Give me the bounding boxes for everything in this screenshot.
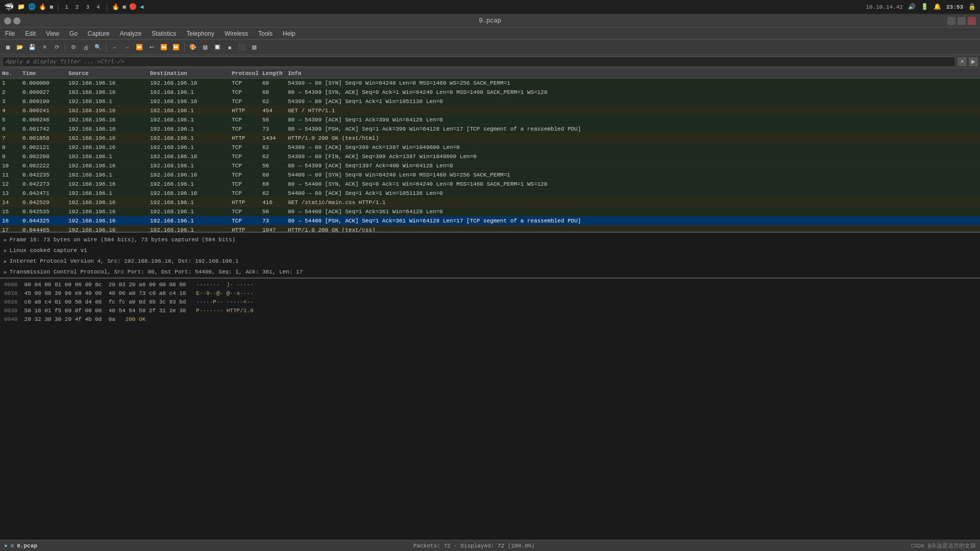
tb-ff[interactable]: ⏩ — [170, 42, 182, 53]
menu-view[interactable]: View — [41, 28, 64, 40]
tb-open[interactable]: 📂 — [14, 42, 26, 53]
tb-resize[interactable]: ▦ — [249, 42, 260, 53]
menu-wireless[interactable]: Wireless — [219, 28, 253, 40]
cell-time: 0.002121 — [20, 144, 66, 151]
table-row[interactable]: 15 0.042535 192.168.196.16 192.168.196.1… — [0, 207, 980, 216]
detail-item[interactable]: Internet Protocol Version 4, Src: 192.16… — [4, 256, 976, 267]
tb-close[interactable]: ✕ — [39, 42, 50, 53]
btn-close[interactable] — [968, 17, 976, 25]
tasknum-2[interactable]: 2 — [74, 4, 81, 10]
packet-list: No. Time Source Destination Protocol Len… — [0, 68, 980, 232]
tb-save[interactable]: 💾 — [27, 42, 38, 53]
cell-info: 80 → 54400 [ACK] Seq=1 Ack=361 Win=64128… — [286, 209, 980, 215]
detail-item[interactable]: Linux cooked capture v1 — [4, 245, 976, 256]
cell-proto: TCP — [230, 144, 260, 151]
table-row[interactable]: 2 0.000027 192.168.196.16 192.168.196.1 … — [0, 88, 980, 97]
table-row[interactable]: 12 0.042273 192.168.196.16 192.168.196.1… — [0, 180, 980, 189]
table-row[interactable]: 6 0.001742 192.168.196.16 192.168.196.1 … — [0, 124, 980, 134]
cell-proto: TCP — [230, 126, 260, 132]
cell-time: 0.000190 — [20, 98, 66, 105]
tasknum-3[interactable]: 3 — [84, 4, 91, 10]
cell-dst: 192.168.196.1 — [148, 108, 230, 114]
tasknum-1[interactable]: 1 — [63, 4, 70, 10]
taskbar-icon-5[interactable]: 🔥 — [112, 3, 119, 11]
menu-telephony[interactable]: Telephony — [181, 28, 219, 40]
cell-info: 54399 → 80 [SYN] Seq=0 Win=64240 Len=0 M… — [286, 80, 980, 86]
titlebar: 0.pcap — [0, 14, 980, 28]
table-row[interactable]: 1 0.000000 192.168.196.16 192.168.196.16… — [0, 79, 980, 88]
menu-help[interactable]: Help — [278, 28, 301, 40]
cell-len: 73 — [260, 126, 286, 132]
taskbar-icon-3[interactable]: 🔥 — [39, 3, 46, 11]
tb-back2[interactable]: ↩ — [146, 42, 157, 53]
cell-no: 10 — [0, 163, 20, 169]
tb-back[interactable]: ← — [109, 42, 120, 53]
menu-file[interactable]: File — [0, 28, 20, 40]
table-row[interactable]: 14 0.042529 192.168.196.16 192.168.196.1… — [0, 198, 980, 207]
tb-forward-fast[interactable]: ⏩ — [134, 42, 145, 53]
menu-capture[interactable]: Capture — [83, 28, 115, 40]
taskbar-icon-1[interactable]: 📁 — [17, 3, 25, 11]
tb-print[interactable]: 🖨 — [80, 42, 91, 53]
tb-zoom-normal[interactable]: ⬛ — [236, 42, 248, 53]
tb-zoom-in[interactable]: 🔲 — [212, 42, 223, 53]
menu-statistics[interactable]: Statistics — [146, 28, 181, 40]
tb-options[interactable]: ⚙ — [68, 42, 79, 53]
detail-item[interactable]: Transmission Control Protocol, Src Port:… — [4, 267, 976, 278]
table-row[interactable]: 7 0.001858 192.168.196.16 192.168.196.1 … — [0, 134, 980, 143]
tb-search[interactable]: 🔍 — [92, 42, 104, 53]
cell-info: 54400 → 80 [SYN] Seq=0 Win=64240 Len=0 M… — [286, 172, 980, 178]
status-icon-2: ⚙ — [11, 542, 14, 549]
tb-zoom-out[interactable]: ■ — [224, 42, 235, 53]
table-row[interactable]: 5 0.000246 192.168.196.16 192.168.196.1 … — [0, 115, 980, 124]
cell-src: 192.168.196.1 — [66, 190, 148, 196]
tb-reload[interactable]: ⟳ — [51, 42, 62, 53]
taskbar-icon-8[interactable]: ◀ — [140, 3, 143, 11]
taskbar-icon-2[interactable]: 🌐 — [28, 3, 36, 11]
table-row[interactable]: 13 0.042471 192.168.196.1 192.168.196.16… — [0, 189, 980, 198]
tb-autoscroll[interactable]: ▦ — [200, 42, 211, 53]
btn-ws-2[interactable] — [13, 17, 20, 24]
table-row[interactable]: 10 0.002222 192.168.196.16 192.168.196.1… — [0, 161, 980, 170]
filter-clear[interactable]: ✕ — [958, 57, 967, 66]
btn-minimize[interactable] — [947, 17, 955, 25]
table-row[interactable]: 11 0.042235 192.168.196.1 192.168.196.16… — [0, 170, 980, 180]
cell-len: 62 — [260, 144, 286, 151]
table-row[interactable]: 3 0.000190 192.168.196.1 192.168.196.16 … — [0, 97, 980, 106]
cell-no: 5 — [0, 117, 20, 123]
table-row[interactable]: 17 0.044465 192.168.196.16 192.168.196.1… — [0, 226, 980, 232]
taskbar-icon-6[interactable]: ◼ — [122, 3, 126, 11]
tasknum-4[interactable]: 4 — [94, 4, 102, 10]
menu-go[interactable]: Go — [64, 28, 83, 40]
col-header-info: Info — [286, 70, 980, 77]
taskbar-icon-7[interactable]: 🔴 — [129, 3, 137, 11]
tb-new[interactable]: ◼ — [2, 42, 13, 53]
cell-src: 192.168.196.16 — [66, 199, 148, 206]
cell-proto: TCP — [230, 172, 260, 178]
menu-analyze[interactable]: Analyze — [115, 28, 147, 40]
btn-maximize[interactable] — [958, 17, 966, 25]
table-row[interactable]: 9 0.002208 192.168.196.1 192.168.196.16 … — [0, 152, 980, 161]
cell-len: 416 — [260, 199, 286, 206]
filter-apply[interactable]: ▶ — [969, 57, 978, 66]
menu-tools[interactable]: Tools — [253, 28, 278, 40]
cell-dst: 192.168.196.1 — [148, 135, 230, 141]
hex-row: 0020 c0 a8 c4 01 00 50 d4 80 fc fc a0 0d… — [4, 298, 976, 307]
detail-item[interactable]: Frame 16: 73 bytes on wire (584 bits), 7… — [4, 235, 976, 245]
filter-input[interactable] — [2, 57, 955, 67]
cell-src: 192.168.196.16 — [66, 108, 148, 114]
cell-dst: 192.168.196.1 — [148, 126, 230, 132]
cell-time: 0.002222 — [20, 163, 66, 169]
tb-rewind[interactable]: ⏪ — [158, 42, 169, 53]
table-row[interactable]: 8 0.002121 192.168.196.16 192.168.196.1 … — [0, 143, 980, 152]
taskbar-icon-4[interactable]: ◼ — [50, 3, 53, 11]
tb-forward[interactable]: → — [121, 42, 133, 53]
cell-len: 62 — [260, 154, 286, 160]
table-row[interactable]: 4 0.000241 192.168.196.16 192.168.196.1 … — [0, 106, 980, 115]
tb-colorize[interactable]: 🎨 — [187, 42, 199, 53]
btn-ws-1[interactable] — [4, 17, 11, 24]
col-header-dst: Destination — [148, 70, 230, 77]
cell-src: 192.168.196.1 — [66, 98, 148, 105]
menu-edit[interactable]: Edit — [20, 28, 41, 40]
table-row[interactable]: 16 0.044325 192.168.196.16 192.168.196.1… — [0, 216, 980, 226]
